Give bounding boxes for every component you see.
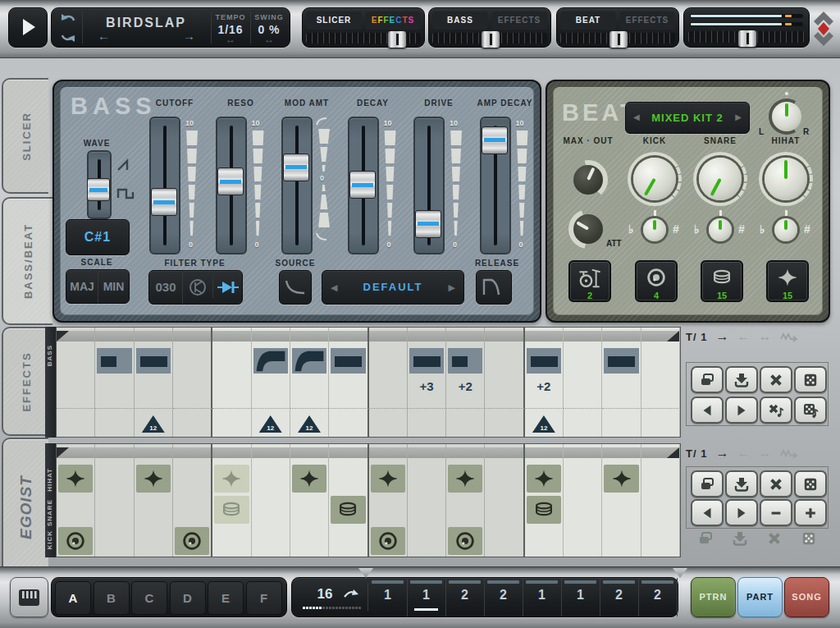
pattern-slot-3[interactable]: 2 xyxy=(445,578,485,617)
hihat-step-6[interactable] xyxy=(252,463,290,494)
pattern-slot-2[interactable]: 1 xyxy=(407,578,446,617)
kick-step-10[interactable] xyxy=(408,525,446,557)
snare-step-9[interactable] xyxy=(369,494,408,525)
seq-header-cell[interactable] xyxy=(485,328,524,346)
copy-global-button[interactable] xyxy=(696,529,714,548)
hihat-hit[interactable] xyxy=(527,465,561,493)
hihat-hit[interactable] xyxy=(292,465,326,493)
bass-step-9[interactable] xyxy=(369,346,408,375)
seq-header-cell[interactable] xyxy=(252,328,290,346)
patch-next-icon[interactable]: → xyxy=(183,30,195,42)
kick-step-15[interactable] xyxy=(602,525,641,557)
mod-amt-slider[interactable] xyxy=(283,154,309,181)
kick-step-4[interactable] xyxy=(173,525,212,557)
bass-mix-slider[interactable] xyxy=(481,30,500,48)
bass-marker-10[interactable] xyxy=(408,408,446,437)
bass-transpose-7[interactable] xyxy=(290,375,329,408)
seq-header-cell[interactable] xyxy=(290,328,329,346)
bass-step-5[interactable] xyxy=(212,346,251,375)
plus-button[interactable] xyxy=(794,499,827,526)
bass-marker-11[interactable] xyxy=(446,408,485,437)
bass-marker-14[interactable] xyxy=(564,408,602,437)
paste-button[interactable] xyxy=(725,366,758,393)
maxout-knob[interactable] xyxy=(573,165,603,195)
bass-step-14[interactable] xyxy=(564,346,602,375)
hihat-hit[interactable] xyxy=(604,465,638,493)
snare-step-2[interactable] xyxy=(95,494,134,525)
paste-button[interactable] xyxy=(725,470,758,497)
filter-number-value[interactable]: 030 xyxy=(149,271,183,304)
release-button[interactable] xyxy=(476,270,512,305)
bass-step-11[interactable] xyxy=(446,346,485,375)
snare-hit[interactable] xyxy=(214,496,249,524)
snare-step-16[interactable] xyxy=(641,494,680,525)
kick-step-6[interactable] xyxy=(252,525,290,557)
dice-global-button[interactable] xyxy=(800,529,818,548)
seq-header-cell[interactable] xyxy=(446,328,485,346)
bass-marker-9[interactable] xyxy=(369,408,408,437)
bass-step-16[interactable] xyxy=(641,346,680,375)
snare-step-4[interactable] xyxy=(173,494,212,525)
hihat-step-4[interactable] xyxy=(173,463,212,494)
seq-header-cell[interactable] xyxy=(135,444,173,463)
sidebar-tab-bass-beat[interactable]: BASS/BEAT xyxy=(2,197,52,325)
seq-header-cell[interactable] xyxy=(602,328,641,346)
slide-marker[interactable]: 12 xyxy=(532,415,555,433)
bass-transpose-11[interactable]: +2 xyxy=(446,375,485,408)
bass-note[interactable] xyxy=(409,348,444,374)
bass-step-12[interactable] xyxy=(485,346,524,375)
hihat-step-11[interactable] xyxy=(446,463,485,494)
bass-transpose-12[interactable] xyxy=(485,375,524,408)
kick-tune-knob[interactable] xyxy=(643,218,666,241)
part-key-c[interactable]: C xyxy=(131,581,167,615)
bass-transpose-2[interactable] xyxy=(95,375,134,408)
slide-marker[interactable]: 12 xyxy=(259,415,282,433)
arrow-right[interactable]: → xyxy=(715,330,728,343)
hihat-hit[interactable] xyxy=(214,465,249,493)
bass-transpose-3[interactable] xyxy=(135,375,173,408)
kick-step-9[interactable] xyxy=(369,525,408,557)
bass-marker-6[interactable]: 12 xyxy=(252,408,290,437)
snare-step-15[interactable] xyxy=(602,494,641,525)
copy-button[interactable] xyxy=(691,470,724,497)
effects-tab[interactable]: EFFECTS xyxy=(619,11,675,30)
kick-step-13[interactable] xyxy=(525,525,564,557)
tempo-drag-icon[interactable]: ↔ xyxy=(211,36,250,43)
bass-step-10[interactable] xyxy=(408,346,446,375)
kit-name[interactable]: MIXED KIT 2 xyxy=(626,103,749,133)
snare-hit[interactable] xyxy=(527,496,561,524)
effects-tab[interactable]: EFFECTS xyxy=(365,11,421,30)
pan-knob[interactable] xyxy=(772,102,801,131)
decay-slider[interactable] xyxy=(349,171,376,199)
seq-header-cell[interactable] xyxy=(212,328,251,346)
kick-hit[interactable] xyxy=(371,527,405,555)
prev-button[interactable] xyxy=(691,499,724,526)
bass-marker-7[interactable]: 12 xyxy=(290,408,329,437)
bass-transpose-1[interactable] xyxy=(57,375,95,408)
snare-step-1[interactable] xyxy=(57,494,95,525)
drum-pad-2[interactable]: 4 xyxy=(635,260,678,302)
hihat-step-7[interactable] xyxy=(290,463,329,494)
arrow-both[interactable]: ↔ xyxy=(758,447,771,460)
bass-step-6[interactable] xyxy=(252,346,290,375)
bass-marker-8[interactable] xyxy=(329,408,368,437)
hihat-hit[interactable] xyxy=(448,465,482,493)
snare-step-7[interactable] xyxy=(290,494,329,525)
seq-header-cell[interactable] xyxy=(173,444,212,463)
seq-header-cell[interactable] xyxy=(525,444,564,463)
hihat-hit[interactable] xyxy=(136,465,171,493)
hihat-step-16[interactable] xyxy=(641,463,680,494)
bass-transpose-5[interactable] xyxy=(212,375,251,408)
clear-button[interactable] xyxy=(760,366,792,393)
clear-note-button[interactable] xyxy=(760,397,792,424)
bass-preset-value[interactable]: DEFAULT xyxy=(322,271,463,304)
pattern-slot-1[interactable]: 1 xyxy=(368,578,408,617)
scale-maj-button[interactable]: MAJ xyxy=(66,270,98,303)
mode-song-button[interactable]: SONG xyxy=(784,577,829,617)
bass-step-2[interactable] xyxy=(95,346,134,375)
seq-header-cell[interactable] xyxy=(446,444,485,463)
drum-pad-3[interactable]: 15 xyxy=(701,260,743,302)
seq-header-cell[interactable] xyxy=(602,444,641,463)
bass-step-13[interactable] xyxy=(525,346,564,375)
arrow-left[interactable]: ← xyxy=(737,447,750,460)
